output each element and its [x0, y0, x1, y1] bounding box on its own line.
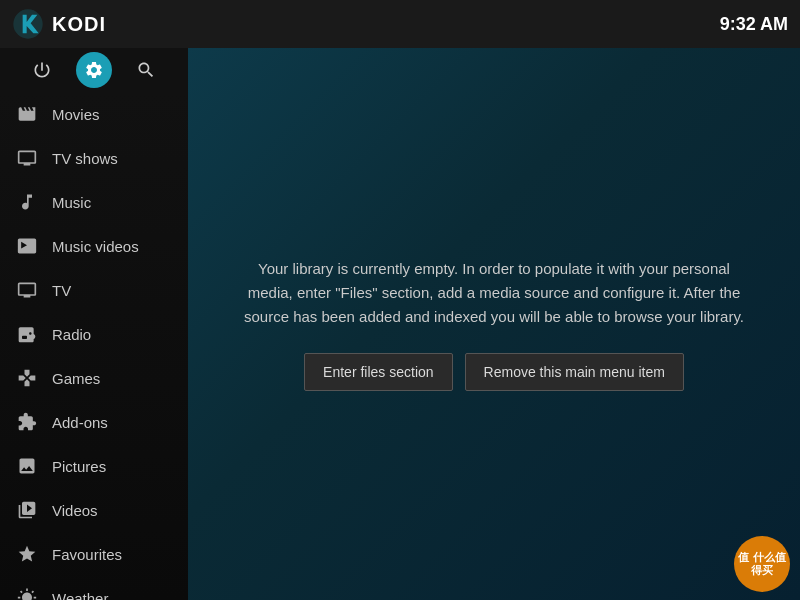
videos-icon	[16, 499, 38, 521]
sidebar-item-musicvideos[interactable]: Music videos	[0, 224, 188, 268]
app-title: KODI	[52, 13, 106, 36]
search-button[interactable]	[128, 52, 164, 88]
games-label: Games	[52, 370, 100, 387]
library-empty-message: Your library is currently empty. In orde…	[234, 257, 754, 329]
clock-display: 9:32 AM	[720, 14, 788, 35]
weather-icon	[16, 587, 38, 600]
sidebar-item-radio[interactable]: Radio	[0, 312, 188, 356]
music-label: Music	[52, 194, 91, 211]
content-buttons: Enter files section Remove this main men…	[234, 353, 754, 391]
sidebar-item-favourites[interactable]: Favourites	[0, 532, 188, 576]
remove-menu-item-button[interactable]: Remove this main menu item	[465, 353, 684, 391]
pictures-label: Pictures	[52, 458, 106, 475]
movies-icon	[16, 103, 38, 125]
enter-files-button[interactable]: Enter files section	[304, 353, 453, 391]
musicvideos-label: Music videos	[52, 238, 139, 255]
tvshows-icon	[16, 147, 38, 169]
sidebar-item-videos[interactable]: Videos	[0, 488, 188, 532]
top-bar: KODI 9:32 AM	[0, 0, 800, 48]
music-icon	[16, 191, 38, 213]
movies-label: Movies	[52, 106, 100, 123]
sidebar-item-pictures[interactable]: Pictures	[0, 444, 188, 488]
favourites-icon	[16, 543, 38, 565]
favourites-label: Favourites	[52, 546, 122, 563]
games-icon	[16, 367, 38, 389]
search-icon	[136, 60, 156, 80]
videos-label: Videos	[52, 502, 98, 519]
sidebar-item-tvshows[interactable]: TV shows	[0, 136, 188, 180]
weather-label: Weather	[52, 590, 108, 601]
radio-label: Radio	[52, 326, 91, 343]
radio-icon	[16, 323, 38, 345]
power-icon	[32, 60, 52, 80]
sidebar: Movies TV shows Music Music videos TV Ra…	[0, 92, 188, 600]
tv-icon	[16, 279, 38, 301]
sidebar-item-music[interactable]: Music	[0, 180, 188, 224]
sidebar-item-movies[interactable]: Movies	[0, 92, 188, 136]
tvshows-label: TV shows	[52, 150, 118, 167]
content-box: Your library is currently empty. In orde…	[214, 237, 774, 411]
musicvideos-icon	[16, 235, 38, 257]
sidebar-item-addons[interactable]: Add-ons	[0, 400, 188, 444]
sidebar-item-games[interactable]: Games	[0, 356, 188, 400]
settings-icon	[84, 60, 104, 80]
top-bar-left: KODI	[12, 8, 106, 40]
power-button[interactable]	[24, 52, 60, 88]
watermark-badge: 值 什么值得买	[734, 536, 790, 592]
kodi-logo-icon	[12, 8, 44, 40]
watermark-text: 值 什么值得买	[734, 551, 790, 577]
pictures-icon	[16, 455, 38, 477]
sidebar-item-tv[interactable]: TV	[0, 268, 188, 312]
sidebar-item-weather[interactable]: Weather	[0, 576, 188, 600]
main-content: Your library is currently empty. In orde…	[188, 48, 800, 600]
addons-label: Add-ons	[52, 414, 108, 431]
settings-button[interactable]	[76, 52, 112, 88]
tv-label: TV	[52, 282, 71, 299]
addons-icon	[16, 411, 38, 433]
icon-row	[0, 48, 188, 92]
